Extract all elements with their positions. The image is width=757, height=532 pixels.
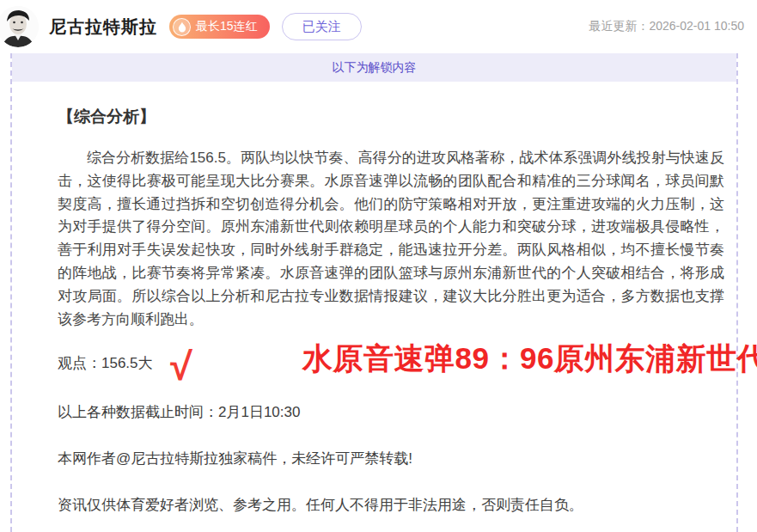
unlocked-content-box: 以下为解锁内容 【综合分析】 综合分析数据给156.5。两队均以快节奏、高得分的…: [10, 53, 738, 532]
section-heading: 【综合分析】: [58, 106, 724, 128]
flame-icon: [173, 18, 191, 36]
score-overlay: 水原音速弹89：96原州东浦新世代: [302, 339, 757, 379]
disclaimer: 资讯仅供体育爱好者浏览、参考之用。任何人不得用于非法用途，否则责任自负。: [58, 493, 724, 517]
streak-badge: 最长15连红: [169, 15, 270, 39]
data-deadline: 以上各种数据截止时间：2月1日10:30: [58, 401, 724, 424]
author-name: 尼古拉特斯拉: [49, 15, 157, 39]
article-page: 尼古拉特斯拉 最长15连红 已关注 最近更新：2026-02-01 10:50 …: [0, 0, 757, 532]
profile-header: 尼古拉特斯拉 最长15连红 已关注 最近更新：2026-02-01 10:50: [0, 0, 757, 53]
last-updated: 最近更新：2026-02-01 10:50: [589, 19, 757, 34]
analysis-paragraph: 综合分析数据给156.5。两队均以快节奏、高得分的进攻风格著称，战术体系强调外线…: [58, 147, 724, 331]
copyright-notice: 本网作者@尼古拉特斯拉独家稿件，未经许可严禁转载!: [58, 447, 724, 470]
unlock-banner: 以下为解锁内容: [12, 53, 736, 82]
tesla-portrait-icon: [0, 6, 39, 47]
avatar[interactable]: [0, 6, 39, 47]
viewpoint-text: 观点：156.5大: [58, 355, 153, 371]
streak-badge-label: 最长15连红: [196, 19, 258, 34]
checkmark-icon: √: [170, 366, 192, 367]
article-body: 【综合分析】 综合分析数据给156.5。两队均以快节奏、高得分的进攻风格著称，战…: [12, 82, 736, 517]
follow-button[interactable]: 已关注: [282, 13, 362, 40]
